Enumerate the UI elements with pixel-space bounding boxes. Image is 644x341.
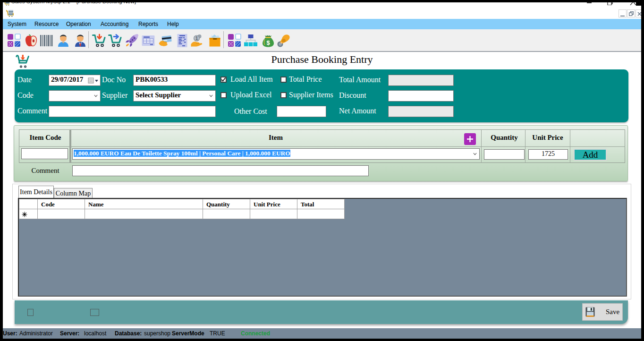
svg-text:1: 1: [195, 36, 198, 41]
svg-text:$: $: [266, 39, 270, 46]
